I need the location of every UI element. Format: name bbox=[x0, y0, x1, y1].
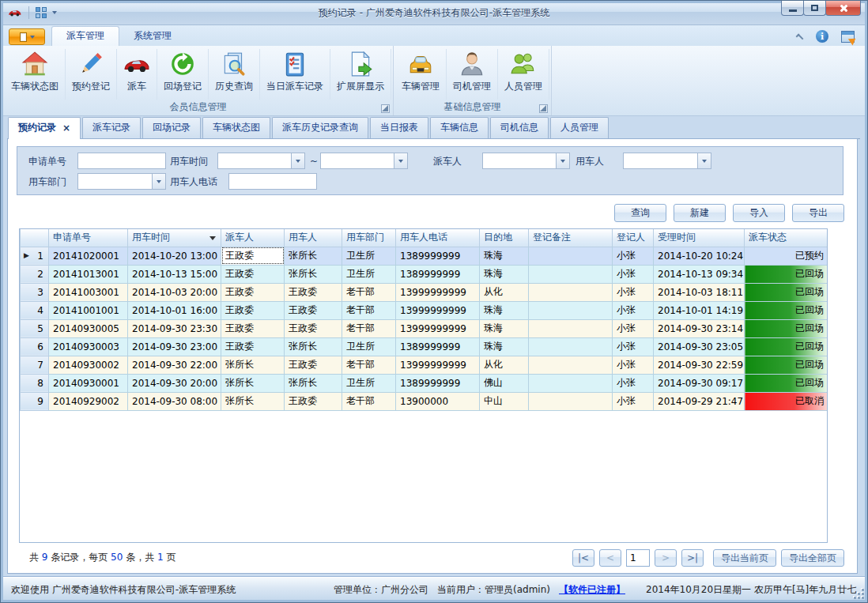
filter-dropdown-icon[interactable] bbox=[209, 236, 216, 240]
minimize-button[interactable] bbox=[781, 1, 804, 16]
use-time-to-combo[interactable] bbox=[320, 153, 408, 169]
dispatch-status-cell[interactable]: 已取消 bbox=[745, 392, 828, 410]
table-cell[interactable]: 老干部 bbox=[342, 319, 396, 337]
app-menu-button[interactable] bbox=[9, 28, 45, 45]
dialog-launcher-icon[interactable] bbox=[381, 104, 390, 113]
table-cell[interactable]: 王政委 bbox=[221, 319, 285, 337]
dispatcher-combo[interactable] bbox=[482, 153, 570, 169]
table-cell[interactable]: 1389999999 bbox=[396, 337, 480, 356]
personnel-management-button[interactable]: 人员管理 bbox=[498, 49, 549, 100]
table-row[interactable]: 9201409290022014-09-30 08:00张所长王政委老干部139… bbox=[21, 392, 828, 410]
table-cell[interactable]: 珠海 bbox=[480, 301, 529, 319]
dispatch-status-cell[interactable]: 已回场 bbox=[745, 374, 828, 392]
table-cell[interactable]: 20140930005 bbox=[49, 319, 128, 337]
vehicle-management-button[interactable]: 车辆管理 bbox=[395, 49, 447, 100]
column-header[interactable]: 用车人 bbox=[285, 229, 342, 247]
table-cell[interactable]: 20140930002 bbox=[49, 356, 128, 374]
table-cell[interactable]: 20141020001 bbox=[49, 247, 128, 265]
vehicle-status-chart-button[interactable]: 车辆状态图 bbox=[5, 49, 66, 100]
table-cell[interactable]: 珠海 bbox=[480, 337, 529, 356]
table-cell[interactable]: 卫生所 bbox=[342, 337, 396, 356]
collapse-ribbon-icon[interactable] bbox=[796, 34, 804, 42]
table-cell[interactable]: 王政委 bbox=[285, 301, 342, 319]
close-button[interactable] bbox=[825, 1, 861, 16]
table-cell[interactable]: 小张 bbox=[613, 265, 654, 283]
table-cell[interactable]: 2014-09-30 23:14 bbox=[654, 319, 745, 337]
table-cell[interactable]: 王政委 bbox=[221, 247, 285, 265]
table-row[interactable]: 5201409300052014-09-30 23:30王政委王政委老干部139… bbox=[21, 319, 828, 337]
table-cell[interactable] bbox=[529, 265, 613, 283]
department-combo[interactable] bbox=[77, 173, 166, 190]
table-cell[interactable]: 13999999999 bbox=[396, 283, 480, 301]
first-page-button[interactable]: |< bbox=[572, 549, 594, 567]
table-cell[interactable]: 20141013001 bbox=[49, 265, 128, 283]
table-cell[interactable]: 张所长 bbox=[285, 247, 342, 265]
doc-tab[interactable]: 司机信息 bbox=[490, 117, 549, 138]
table-cell[interactable]: 从化 bbox=[480, 283, 529, 301]
table-cell[interactable]: 卫生所 bbox=[342, 247, 396, 265]
table-cell[interactable]: 王政委 bbox=[221, 301, 285, 319]
dropdown-button[interactable] bbox=[291, 153, 304, 168]
table-cell[interactable]: 2014-10-20 13:00 bbox=[128, 247, 221, 265]
table-cell[interactable] bbox=[529, 356, 613, 374]
table-cell[interactable]: 珠海 bbox=[480, 247, 529, 265]
table-cell[interactable]: 王政委 bbox=[285, 319, 342, 337]
doc-tab[interactable]: 派车记录 bbox=[82, 117, 141, 138]
table-cell[interactable]: 小张 bbox=[613, 247, 654, 265]
table-cell[interactable]: 老干部 bbox=[342, 301, 396, 319]
dispatch-status-cell[interactable]: 已回场 bbox=[745, 265, 828, 283]
table-cell[interactable]: 2014-09-30 23:05 bbox=[654, 337, 745, 356]
table-cell[interactable]: 20141003001 bbox=[49, 283, 128, 301]
table-cell[interactable]: 20141001001 bbox=[49, 301, 128, 319]
skin-style-icon[interactable] bbox=[841, 31, 855, 43]
apply-no-input[interactable] bbox=[77, 153, 166, 169]
table-cell[interactable]: 小张 bbox=[613, 392, 654, 410]
ribbon-tab-system[interactable]: 系统管理 bbox=[119, 27, 186, 46]
table-header[interactable]: 申请单号用车时间派车人用车人用车部门用车人电话目的地登记备注登记人受理时间派车状… bbox=[21, 229, 828, 247]
table-cell[interactable]: 老干部 bbox=[342, 283, 396, 301]
table-cell[interactable]: 小张 bbox=[613, 283, 654, 301]
table-cell[interactable]: 小张 bbox=[613, 319, 654, 337]
table-cell[interactable] bbox=[529, 337, 613, 356]
table-cell[interactable]: 张所长 bbox=[221, 392, 285, 410]
dispatch-status-cell[interactable]: 已回场 bbox=[745, 337, 828, 356]
table-cell[interactable]: 张所长 bbox=[285, 337, 342, 356]
table-row[interactable]: 2201410130012014-10-13 15:00王政委张所长卫生所138… bbox=[21, 265, 828, 283]
table-cell[interactable]: 20140930001 bbox=[49, 374, 128, 392]
next-page-button[interactable]: > bbox=[655, 549, 677, 567]
tab-close-icon[interactable]: × bbox=[62, 122, 70, 134]
column-header[interactable]: 登记人 bbox=[613, 229, 654, 247]
table-cell[interactable]: 2014-10-01 14:19 bbox=[654, 301, 745, 319]
doc-tab[interactable]: 派车历史记录查询 bbox=[272, 117, 368, 138]
prev-page-button[interactable]: < bbox=[599, 549, 621, 567]
use-time-from-combo[interactable] bbox=[217, 153, 305, 169]
table-cell[interactable]: 小张 bbox=[613, 337, 654, 356]
column-header[interactable]: 派车人 bbox=[221, 229, 285, 247]
column-header[interactable]: 用车人电话 bbox=[396, 229, 480, 247]
table-cell[interactable]: 卫生所 bbox=[342, 374, 396, 392]
row-indicator-cell[interactable]: 9 bbox=[21, 392, 49, 410]
column-header[interactable]: 目的地 bbox=[480, 229, 529, 247]
table-cell[interactable]: 2014-09-30 09:17 bbox=[654, 374, 745, 392]
table-cell[interactable]: 2014-09-30 22:59 bbox=[654, 356, 745, 374]
table-cell[interactable] bbox=[529, 283, 613, 301]
table-cell[interactable]: 小张 bbox=[613, 374, 654, 392]
export-current-page-button[interactable]: 导出当前页 bbox=[713, 549, 776, 567]
table-cell[interactable]: 小张 bbox=[613, 356, 654, 374]
table-cell[interactable]: 2014-10-13 09:34 bbox=[654, 265, 745, 283]
table-cell[interactable]: 2014-10-01 16:00 bbox=[128, 301, 221, 319]
table-cell[interactable]: 珠海 bbox=[480, 265, 529, 283]
table-cell[interactable]: 老干部 bbox=[342, 356, 396, 374]
table-cell[interactable]: 中山 bbox=[480, 392, 529, 410]
row-indicator-cell[interactable]: 7 bbox=[21, 356, 49, 374]
column-header[interactable]: 用车部门 bbox=[342, 229, 396, 247]
table-cell[interactable]: 2014-09-30 23:00 bbox=[128, 337, 221, 356]
doc-tab[interactable]: 车辆信息 bbox=[430, 117, 489, 138]
new-button[interactable]: 新建 bbox=[674, 204, 726, 222]
dropdown-button[interactable] bbox=[152, 174, 165, 189]
table-cell[interactable] bbox=[529, 319, 613, 337]
table-cell[interactable]: 王政委 bbox=[285, 283, 342, 301]
ribbon-tab-dispatch[interactable]: 派车管理 bbox=[51, 26, 119, 46]
row-indicator-cell[interactable]: ▶1 bbox=[21, 247, 49, 265]
table-cell[interactable]: 2014-09-30 22:00 bbox=[128, 356, 221, 374]
